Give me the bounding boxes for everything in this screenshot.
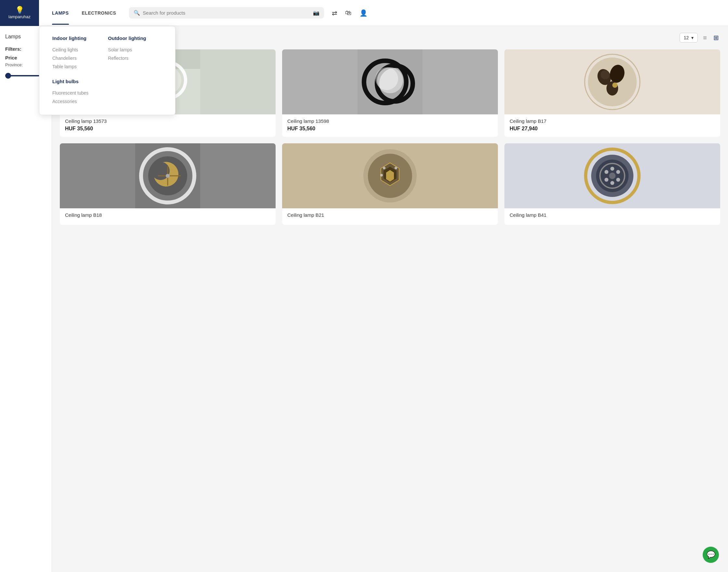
transfer-icon[interactable]: ⇄ xyxy=(332,9,337,17)
svg-point-40 xyxy=(610,167,614,170)
chat-icon: 💬 xyxy=(707,551,715,559)
dropdown-item-chandeliers[interactable]: Chandeliers xyxy=(52,54,88,62)
chevron-down-icon: ▾ xyxy=(691,35,694,40)
light-bulbs-title: Light bulbs xyxy=(52,79,88,84)
product-name: Ceiling lamp B41 xyxy=(510,212,715,218)
dropdown-menu: Indoor lighting Ceiling lights Chandelie… xyxy=(39,26,175,115)
svg-point-9 xyxy=(375,67,398,90)
svg-point-33 xyxy=(394,167,397,169)
product-card[interactable]: Ceiling lamp B41 xyxy=(504,143,720,225)
svg-point-17 xyxy=(612,82,617,88)
product-name: Ceiling lamp 13598 xyxy=(287,118,493,124)
dropdown-col-outdoor: Outdoor lighting Solar lamps Reflectors xyxy=(108,35,146,105)
product-name: Ceiling lamp B21 xyxy=(287,212,493,218)
chat-bubble[interactable]: 💬 xyxy=(703,547,719,563)
svg-point-43 xyxy=(610,181,614,185)
product-info: Ceiling lamp 13573 HUF 35,560 xyxy=(60,115,276,137)
product-card[interactable]: Ceiling lamp 13598 HUF 35,560 xyxy=(282,50,498,137)
dropdown-item-reflectors[interactable]: Reflectors xyxy=(108,54,146,62)
product-image xyxy=(60,143,276,208)
dropdown-item-table[interactable]: Table lamps xyxy=(52,62,88,71)
user-icon[interactable]: 👤 xyxy=(359,9,368,17)
header: 💡 lamparuhaz LAMPS ELECTRONICS 🔍 📷 ⇄ 🛍 👤… xyxy=(0,0,728,26)
nav-item-lamps[interactable]: LAMPS xyxy=(46,1,75,25)
lamp-svg xyxy=(580,143,645,208)
svg-point-46 xyxy=(609,172,615,179)
lamp-svg xyxy=(580,50,645,115)
cart-icon[interactable]: 🛍 xyxy=(345,9,352,16)
svg-point-42 xyxy=(616,178,620,182)
product-image xyxy=(282,50,498,115)
indoor-lighting-title: Indoor lighting xyxy=(52,35,88,41)
nav-item-electronics[interactable]: ELECTRONICS xyxy=(75,1,123,25)
list-view-icon[interactable]: ≡ xyxy=(702,33,708,43)
dropdown-item-solar[interactable]: Solar lamps xyxy=(108,46,146,54)
outdoor-lighting-title: Outdoor lighting xyxy=(108,35,146,41)
product-image xyxy=(282,143,498,208)
slider-thumb[interactable] xyxy=(5,73,11,79)
search-icon: 🔍 xyxy=(134,10,140,16)
lamp-svg xyxy=(358,143,423,208)
dropdown-item-accessories[interactable]: Accessories xyxy=(52,97,88,105)
svg-point-41 xyxy=(616,170,620,174)
product-price: HUF 27,940 xyxy=(510,126,715,132)
svg-point-32 xyxy=(383,167,385,169)
product-info: Ceiling lamp B18 xyxy=(60,208,276,225)
main-nav: LAMPS ELECTRONICS xyxy=(46,1,123,25)
dropdown-item-fluorescent[interactable]: Fluorescent tubes xyxy=(52,89,88,97)
product-card[interactable]: Ceiling lamp B21 xyxy=(282,143,498,225)
per-page-select[interactable]: 12 ▾ xyxy=(679,33,698,43)
logo[interactable]: 💡 lamparuhaz xyxy=(0,0,39,26)
product-price: HUF 35,560 xyxy=(287,126,493,132)
product-name: Ceiling lamp B18 xyxy=(65,212,270,218)
product-image xyxy=(504,50,720,115)
logo-icon: 💡 xyxy=(15,6,24,14)
per-page-value: 12 xyxy=(684,35,689,40)
svg-point-44 xyxy=(604,178,608,182)
product-card[interactable]: Ceiling lamp B18 xyxy=(60,143,276,225)
dropdown-item-ceiling[interactable]: Ceiling lights xyxy=(52,46,88,54)
search-bar: 🔍 📷 xyxy=(129,7,324,18)
svg-point-25 xyxy=(166,174,170,178)
product-info: Ceiling lamp B17 HUF 27,940 xyxy=(504,115,720,137)
product-card[interactable]: Ceiling lamp B17 HUF 27,940 xyxy=(504,50,720,137)
dropdown-col-indoor: Indoor lighting Ceiling lights Chandelie… xyxy=(52,35,88,105)
product-info: Ceiling lamp B41 xyxy=(504,208,720,225)
camera-icon[interactable]: 📷 xyxy=(313,10,319,16)
logo-text: lamparuhaz xyxy=(8,14,30,19)
svg-point-45 xyxy=(604,170,608,174)
svg-point-34 xyxy=(380,174,383,176)
lamp-svg xyxy=(135,143,200,208)
product-name: Ceiling lamp B17 xyxy=(510,118,715,124)
product-image xyxy=(504,143,720,208)
svg-point-16 xyxy=(601,70,610,79)
header-icons: ⇄ 🛍 👤 xyxy=(332,9,368,17)
product-info: Ceiling lamp B21 xyxy=(282,208,498,225)
product-price: HUF 35,560 xyxy=(65,126,270,132)
product-info: Ceiling lamp 13598 HUF 35,560 xyxy=(282,115,498,137)
lamp-svg xyxy=(358,50,423,115)
search-input[interactable] xyxy=(143,10,310,16)
grid-view-icon[interactable]: ⊞ xyxy=(712,32,720,43)
product-name: Ceiling lamp 13573 xyxy=(65,118,270,124)
